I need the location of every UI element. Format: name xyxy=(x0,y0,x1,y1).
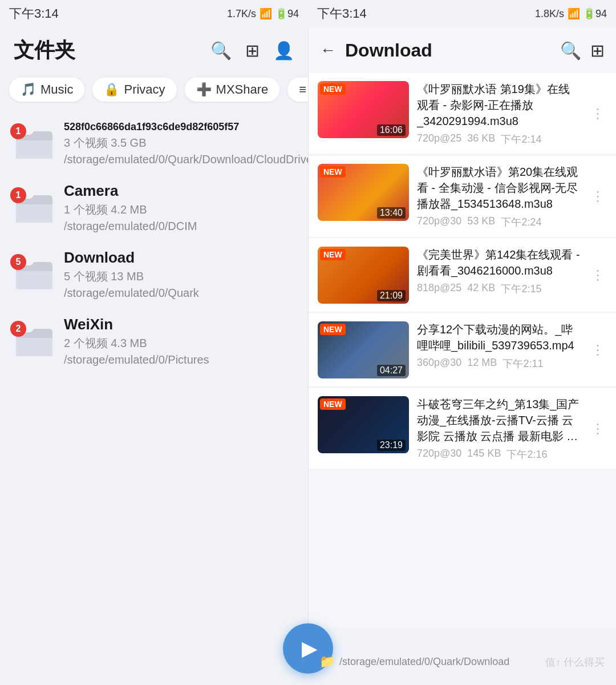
watermark: 值↑ 什么得买 xyxy=(545,655,605,669)
folder-item-camera[interactable]: 1 Camera 1 个视频 4.2 MB /storage/emulated/… xyxy=(0,174,308,241)
video-list: NEW 16:06 《叶罗丽默水语 第19集》在线观看 - 杂影网-正在播放_3… xyxy=(309,73,616,685)
video-time-5: 下午2:16 xyxy=(506,448,547,461)
folder-meta2-weixin: /storage/emulated/0/Pictures xyxy=(64,353,209,366)
video-meta-2: 720p@30 53 KB 下午2:24 xyxy=(417,215,581,229)
video-time-4: 下午2:11 xyxy=(502,357,543,370)
lock-icon: 🔒 xyxy=(104,82,119,97)
status-time-left: 下午3:14 xyxy=(9,5,59,22)
folder-info-weixin: WeiXin 2 个视频 4.3 MB /storage/emulated/0/… xyxy=(64,316,209,366)
right-header: ← Download 🔍 ⊞ xyxy=(309,27,616,73)
right-search-icon[interactable]: 🔍 xyxy=(560,41,581,61)
status-time-right: 下午3:14 xyxy=(317,5,367,22)
network-speed-left: 1.7K/s xyxy=(227,8,256,20)
tab-privacy-label: Privacy xyxy=(124,82,165,97)
folder-badge-download: 5 xyxy=(10,254,26,270)
back-button[interactable]: ← xyxy=(320,41,336,59)
video-thumbnail-5: NEW 23:19 xyxy=(318,396,409,453)
folder-item-weixin[interactable]: 2 WeiXin 2 个视频 4.3 MB /storage/emulated/… xyxy=(0,308,308,374)
status-icons-right: 1.8K/s 📶 🔋94 xyxy=(535,7,607,20)
video-quality-2: 720p@30 xyxy=(417,215,461,229)
new-badge-1: NEW xyxy=(320,83,346,95)
video-title-4: 分享12个下载动漫的网站。_哔哩哔哩_bilibili_539739653.mp… xyxy=(417,321,581,353)
right-grid-icon[interactable]: ⊞ xyxy=(590,41,605,61)
status-bar: 下午3:14 1.7K/s 📶 🔋94 下午3:14 1.8K/s 📶 🔋94 xyxy=(0,0,616,27)
left-panel: 文件夹 🔍 ⊞ 👤 🎵 Music 🔒 Privacy ➕ MXShare ≡ … xyxy=(0,0,308,685)
folder-list: 1 528f0c66866da1f93c6de9d82f605f57 3 个视频… xyxy=(0,108,308,685)
music-icon: 🎵 xyxy=(21,82,36,97)
folder-meta1-weixin: 2 个视频 4.3 MB xyxy=(64,336,209,351)
video-duration-2: 13:40 xyxy=(377,207,406,219)
video-more-btn-5[interactable]: ⋮ xyxy=(589,418,607,439)
video-size-4: 12 MB xyxy=(467,357,497,370)
video-size-2: 53 KB xyxy=(467,215,495,229)
folder-info-download: Download 5 个视频 13 MB /storage/emulated/0… xyxy=(64,249,199,300)
video-time-1: 下午2:14 xyxy=(501,132,541,146)
video-meta-3: 818p@25 42 KB 下午2:15 xyxy=(417,282,581,296)
video-meta-4: 360p@30 12 MB 下午2:11 xyxy=(417,357,581,370)
tab-music-label: Music xyxy=(40,82,73,97)
video-more-btn-2[interactable]: ⋮ xyxy=(589,186,607,207)
signal-icons-right: 📶 🔋94 xyxy=(568,7,607,20)
video-title-1: 《叶罗丽默水语 第19集》在线观看 - 杂影网-正在播放_3420291994.… xyxy=(417,81,581,129)
video-thumbnail-3: NEW 21:09 xyxy=(318,247,409,304)
folder-icon-wrap-weixin: 2 xyxy=(14,324,55,358)
new-badge-5: NEW xyxy=(320,398,346,410)
video-item-3[interactable]: NEW 21:09 《完美世界》第142集在线观看 - 剧看看_30462160… xyxy=(309,239,616,312)
folder-badge-weixin: 2 xyxy=(10,321,26,337)
folder-item-cloud[interactable]: 1 528f0c66866da1f93c6de9d82f605f57 3 个视频… xyxy=(0,113,308,174)
left-header-icons: 🔍 ⊞ 👤 xyxy=(210,41,294,61)
video-duration-4: 04:27 xyxy=(377,365,406,376)
signal-icons-left: 📶 🔋94 xyxy=(260,7,299,20)
video-duration-3: 21:09 xyxy=(377,290,406,301)
video-duration-5: 23:19 xyxy=(377,440,406,451)
video-item-4[interactable]: NEW 04:27 分享12个下载动漫的网站。_哔哩哔哩_bilibili_53… xyxy=(309,313,616,387)
video-item-5[interactable]: NEW 23:19 斗破苍穹三年之约_第13集_国产动漫_在线播放-云播TV-云… xyxy=(309,388,616,470)
folder-name-camera: Camera xyxy=(64,182,197,200)
user-icon[interactable]: 👤 xyxy=(273,41,294,61)
tab-video[interactable]: ≡ Video I xyxy=(287,78,308,102)
tab-music[interactable]: 🎵 Music xyxy=(9,78,84,102)
video-quality-1: 720p@25 xyxy=(417,132,461,146)
folder-meta2-camera: /storage/emulated/0/DCIM xyxy=(64,220,197,233)
left-header: 文件夹 🔍 ⊞ 👤 xyxy=(0,27,308,73)
video-thumbnail-1: NEW 16:06 xyxy=(318,81,409,138)
tab-privacy[interactable]: 🔒 Privacy xyxy=(92,78,176,102)
tab-mxshare-label: MXShare xyxy=(216,82,269,97)
video-more-btn-1[interactable]: ⋮ xyxy=(589,103,607,124)
folder-info-camera: Camera 1 个视频 4.2 MB /storage/emulated/0/… xyxy=(64,182,197,233)
video-meta-5: 720p@30 145 KB 下午2:16 xyxy=(417,448,581,461)
folder-path-icon: 📁 xyxy=(319,654,335,669)
video-title-3: 《完美世界》第142集在线观看 - 剧看看_3046216000.m3u8 xyxy=(417,247,581,279)
search-icon[interactable]: 🔍 xyxy=(210,41,232,61)
right-panel: ← Download 🔍 ⊞ NEW 16:06 《叶罗丽默水语 第19集》在线… xyxy=(308,0,616,685)
status-bar-left: 下午3:14 1.7K/s 📶 🔋94 xyxy=(0,0,308,27)
video-meta-1: 720p@25 36 KB 下午2:14 xyxy=(417,132,581,146)
video-item-2[interactable]: NEW 13:40 《叶罗丽默水语》第20集在线观看 - 全集动漫 - 信合影视… xyxy=(309,156,616,237)
mxshare-icon: ➕ xyxy=(196,82,212,97)
video-quality-5: 720p@30 xyxy=(417,448,461,461)
folder-meta1-camera: 1 个视频 4.2 MB xyxy=(64,202,197,217)
folder-item-download[interactable]: 5 Download 5 个视频 13 MB /storage/emulated… xyxy=(0,241,308,308)
folder-icon-wrap-cloud: 1 xyxy=(14,127,55,161)
video-time-2: 下午2:24 xyxy=(501,215,541,229)
folder-name-weixin: WeiXin xyxy=(64,316,209,333)
video-info-3: 《完美世界》第142集在线观看 - 剧看看_3046216000.m3u8 81… xyxy=(417,247,581,296)
new-badge-2: NEW xyxy=(320,166,346,178)
tab-mxshare[interactable]: ➕ MXShare xyxy=(185,78,280,102)
folder-meta2-cloud: /storage/emulated/0/Quark/Download/Cloud… xyxy=(64,153,308,166)
tabs-row: 🎵 Music 🔒 Privacy ➕ MXShare ≡ Video I xyxy=(0,73,308,108)
video-item-1[interactable]: NEW 16:06 《叶罗丽默水语 第19集》在线观看 - 杂影网-正在播放_3… xyxy=(309,73,616,155)
video-quality-3: 818p@25 xyxy=(417,282,461,296)
video-more-btn-3[interactable]: ⋮ xyxy=(589,265,607,285)
right-panel-title: Download xyxy=(345,40,551,61)
folder-badge-cloud: 1 xyxy=(10,123,26,139)
video-time-3: 下午2:15 xyxy=(501,282,541,296)
folder-info-cloud: 528f0c66866da1f93c6de9d82f605f57 3 个视频 3… xyxy=(64,121,308,166)
folder-meta1-cloud: 3 个视频 3.5 GB xyxy=(64,135,308,151)
status-icons-left: 1.7K/s 📶 🔋94 xyxy=(227,7,299,20)
folder-name-download: Download xyxy=(64,249,199,267)
video-more-btn-4[interactable]: ⋮ xyxy=(589,340,607,360)
grid-view-icon[interactable]: ⊞ xyxy=(245,41,260,61)
video-thumbnail-4: NEW 04:27 xyxy=(318,321,409,378)
folder-meta1-download: 5 个视频 13 MB xyxy=(64,269,199,284)
